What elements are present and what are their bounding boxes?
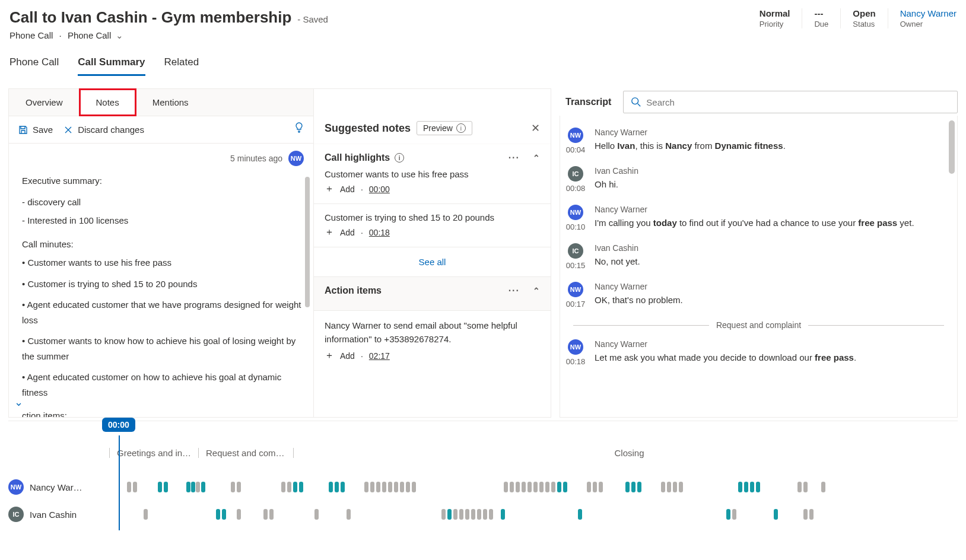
add-highlight-row: ＋ Add · 00:00 [325, 183, 540, 195]
transcript-row: NW 00:10 Nancy Warner I'm calling you to… [566, 205, 951, 231]
track-name: Nancy War… [30, 482, 82, 492]
track-ivan: IC Ivan Cashin [8, 501, 958, 528]
subtab-mentions[interactable]: Mentions [136, 89, 205, 116]
chevron-up-icon[interactable]: ⌃ [533, 286, 540, 295]
utterance-time: 00:15 [566, 261, 586, 270]
transcript-body[interactable]: NW 00:04 Nancy Warner Hello Ivan, this i… [560, 116, 958, 418]
segment-label[interactable]: Request and com… [198, 448, 293, 458]
collapse-chevron-icon[interactable]: ⌄ [14, 396, 23, 409]
track-label: IC Ivan Cashin [8, 507, 109, 522]
utterance-text: Let me ask you what made you decide to d… [595, 351, 951, 365]
note-line: Executive summary: [22, 173, 303, 189]
page-header: Call to Ivan Cashin - Gym membership - S… [0, 0, 966, 46]
discard-label: Discard changes [78, 125, 144, 135]
stat-value: Normal [760, 8, 790, 18]
utterance-text: I'm calling you today to find out if you… [595, 217, 951, 230]
highlight-item: Customer is trying to shed 15 to 20 poun… [325, 212, 540, 222]
saved-indicator: - Saved [297, 14, 328, 24]
plus-icon[interactable]: ＋ [325, 349, 334, 362]
note-line: Call minutes: [22, 237, 303, 252]
tab-phone-call[interactable]: Phone Call [9, 52, 59, 76]
preview-label: Preview [423, 123, 453, 133]
speaker-avatar: NW [568, 339, 583, 355]
preview-button[interactable]: Preview i [417, 121, 472, 135]
speaker-name: Ivan Cashin [595, 243, 951, 253]
more-icon[interactable]: ··· [509, 285, 520, 296]
svg-line-1 [638, 104, 641, 107]
separator: · [361, 228, 363, 237]
stat-value: Open [853, 8, 875, 18]
track-nancy: NW Nancy War… [8, 473, 958, 501]
playhead-marker[interactable]: 00:00 [102, 418, 135, 432]
owner-link[interactable]: Nancy Warner [900, 8, 957, 18]
transcript-row: IC 00:15 Ivan Cashin No, not yet. [566, 243, 951, 270]
close-suggested-button[interactable]: ✕ [531, 122, 540, 135]
stat-owner[interactable]: Nancy Warner Owner [888, 8, 957, 28]
scrollbar[interactable] [949, 120, 955, 174]
speaker-name: Nancy Warner [595, 339, 951, 349]
more-icon[interactable]: ··· [509, 152, 520, 163]
utterance-text: Hello Ivan, this is Nancy from Dynamic f… [595, 139, 951, 153]
segment-label[interactable]: Closing [293, 448, 958, 458]
see-all-link[interactable]: See all [314, 247, 551, 276]
tab-related[interactable]: Related [164, 52, 199, 76]
speaker-name: Nancy Warner [595, 282, 951, 291]
add-action-row: ＋ Add · 02:17 [325, 349, 540, 362]
stat-priority: Normal Priority [748, 8, 803, 28]
info-icon[interactable]: i [395, 153, 404, 163]
chevron-up-icon[interactable]: ⌃ [533, 153, 540, 163]
speaker-name: Nancy Warner [595, 128, 951, 137]
save-icon [18, 125, 28, 135]
main-tabs: Phone Call Call Summary Related [0, 46, 966, 77]
action-text: Nancy Warner to send email about "some h… [325, 319, 540, 346]
save-button[interactable]: Save [18, 125, 53, 135]
segment-label[interactable]: Greetings and in… [109, 448, 198, 458]
note-line: - discovery call [22, 195, 303, 210]
search-input[interactable] [646, 97, 950, 107]
subtab-overview[interactable]: Overview [9, 89, 80, 116]
form-selector[interactable]: Phone Call [68, 30, 111, 40]
scrollbar[interactable] [305, 177, 310, 307]
utterance-time: 00:08 [566, 184, 586, 193]
utterance-text: Oh hi. [595, 178, 951, 192]
section-header: Call highlights i ··· ⌃ [325, 152, 540, 163]
plus-icon[interactable]: ＋ [325, 226, 334, 238]
add-label[interactable]: Add [340, 228, 355, 237]
track-name: Ivan Cashin [30, 510, 77, 520]
content-row: Overview Notes Mentions Save Discard cha… [8, 88, 958, 418]
transcript-row: NW 00:04 Nancy Warner Hello Ivan, this i… [566, 128, 951, 154]
lightbulb-icon[interactable] [294, 122, 304, 137]
suggested-title: Suggested notes [325, 122, 411, 135]
note-timestamp: 5 minutes ago [230, 154, 282, 163]
add-label[interactable]: Add [340, 351, 355, 361]
tab-call-summary[interactable]: Call Summary [78, 52, 145, 76]
call-highlights-section: Call highlights i ··· ⌃ Customer wants t… [314, 144, 551, 204]
search-icon [631, 97, 641, 107]
plus-icon[interactable]: ＋ [325, 183, 334, 195]
track-avatar: IC [8, 507, 24, 522]
utterance-time: 00:17 [566, 300, 586, 308]
sub-tabs: Overview Notes Mentions [9, 89, 313, 116]
note-body[interactable]: Executive summary: - discovery call - In… [9, 171, 313, 417]
highlight-item: Customer wants to use his free pass [325, 169, 540, 179]
track-bar[interactable] [109, 482, 958, 492]
speaker-name: Nancy Warner [595, 205, 951, 214]
subtab-notes[interactable]: Notes [80, 89, 136, 116]
transcript-row: NW 00:18 Nancy Warner Let me ask you wha… [566, 339, 951, 366]
action-items-section: Action items ··· ⌃ [314, 276, 551, 311]
utterance-time: 00:04 [566, 145, 586, 154]
close-icon [63, 125, 73, 135]
entity-type: Phone Call [9, 30, 53, 40]
title-area: Call to Ivan Cashin - Gym membership - S… [9, 8, 328, 41]
timestamp-link[interactable]: 00:18 [369, 228, 390, 237]
timestamp-link[interactable]: 00:00 [369, 184, 390, 194]
discard-button[interactable]: Discard changes [63, 125, 144, 135]
segment-labels: Greetings and in… Request and com… Closi… [109, 443, 958, 463]
subtitle-separator: · [59, 30, 62, 40]
add-label[interactable]: Add [340, 184, 355, 194]
track-bar[interactable] [109, 509, 958, 520]
stat-due: --- Due [802, 8, 841, 28]
search-box[interactable] [623, 91, 958, 113]
chevron-down-icon[interactable]: ⌄ [116, 30, 123, 41]
timestamp-link[interactable]: 02:17 [369, 351, 390, 361]
